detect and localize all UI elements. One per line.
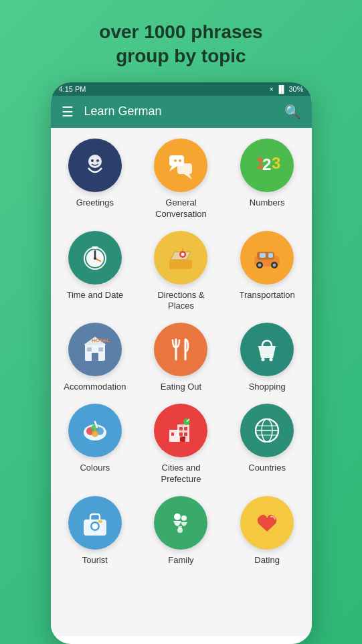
- status-right: × ▐▌ 30%: [269, 85, 303, 93]
- svg-rect-52: [180, 436, 185, 442]
- category-countries[interactable]: Countries: [230, 404, 305, 485]
- svg-point-0: [88, 155, 102, 168]
- category-general-conversation[interactable]: General Conversation: [143, 139, 219, 220]
- svg-point-1: [91, 159, 94, 162]
- category-colours[interactable]: Colours: [58, 404, 133, 485]
- headline: over 1000 phrases group by topic: [99, 20, 262, 69]
- headline-line2: group by topic: [116, 46, 246, 66]
- svg-rect-45: [169, 430, 179, 442]
- svg-point-43: [92, 430, 98, 437]
- colours-label: Colours: [80, 463, 110, 474]
- svg-rect-32: [87, 347, 92, 351]
- status-bar: 4:15 PM × ▐▌ 30%: [51, 82, 312, 96]
- svg-point-16: [94, 257, 96, 260]
- svg-rect-5: [177, 163, 192, 174]
- cities-prefecture-label: Cities and Prefecture: [143, 463, 219, 485]
- svg-text:2: 2: [262, 155, 271, 173]
- svg-marker-4: [169, 166, 177, 171]
- svg-rect-47: [171, 432, 174, 436]
- time-and-date-label: Time and Date: [66, 290, 123, 301]
- category-shopping[interactable]: Shopping: [230, 323, 305, 393]
- signal-icon: ×: [269, 85, 273, 93]
- svg-rect-50: [179, 432, 183, 436]
- svg-point-20: [181, 252, 185, 256]
- svg-point-63: [92, 524, 98, 530]
- svg-point-7: [174, 159, 177, 162]
- family-label: Family: [168, 555, 193, 566]
- svg-point-2: [96, 159, 99, 162]
- svg-rect-31: [92, 353, 98, 361]
- transportation-label: Transportation: [239, 290, 294, 301]
- search-button[interactable]: 🔍: [284, 104, 301, 120]
- general-conversation-label: General Conversation: [143, 197, 219, 220]
- svg-rect-23: [260, 253, 266, 258]
- svg-point-26: [258, 263, 262, 266]
- svg-point-38: [270, 358, 273, 361]
- status-time: 4:15 PM: [59, 85, 86, 93]
- svg-point-37: [262, 358, 265, 361]
- eating-out-label: Eating Out: [161, 382, 201, 393]
- headline-line1: over 1000 phrases: [99, 21, 262, 42]
- svg-rect-49: [184, 427, 187, 430]
- category-grid: Greetings General Conversation: [58, 139, 305, 566]
- category-numbers[interactable]: 1 2 3 Numbers: [230, 139, 305, 220]
- category-time-and-date[interactable]: Time and Date: [58, 231, 133, 313]
- phone-frame: 4:15 PM × ▐▌ 30% ☰ Learn German 🔍: [51, 82, 312, 644]
- category-scroll-area[interactable]: Greetings General Conversation: [51, 128, 312, 636]
- tourist-label: Tourist: [82, 555, 108, 566]
- svg-text:HOTEL: HOTEL: [92, 337, 110, 343]
- category-accommodation[interactable]: HOTEL Accommodation: [58, 323, 133, 393]
- dating-label: Dating: [254, 555, 280, 566]
- category-dating[interactable]: Dating: [230, 496, 305, 566]
- svg-rect-18: [169, 260, 192, 269]
- category-eating-out[interactable]: Eating Out: [143, 323, 219, 393]
- category-tourist[interactable]: Tourist: [58, 496, 133, 566]
- category-family[interactable]: Family: [143, 496, 219, 566]
- svg-point-65: [174, 513, 181, 520]
- battery-indicator: ▐▌ 30%: [276, 85, 304, 93]
- svg-rect-33: [98, 347, 103, 351]
- category-directions-places[interactable]: Directions & Places: [143, 231, 219, 313]
- numbers-label: Numbers: [250, 197, 285, 209]
- greetings-label: Greetings: [76, 197, 114, 209]
- menu-button[interactable]: ☰: [62, 104, 74, 120]
- accommodation-label: Accommodation: [64, 382, 126, 393]
- svg-rect-48: [179, 427, 183, 430]
- svg-point-66: [181, 515, 187, 521]
- svg-point-8: [179, 159, 181, 162]
- category-transportation[interactable]: Transportation: [230, 231, 305, 313]
- svg-marker-6: [184, 174, 192, 179]
- app-title: Learn German: [84, 104, 274, 118]
- shopping-label: Shopping: [249, 382, 286, 393]
- directions-places-label: Directions & Places: [143, 290, 219, 313]
- svg-rect-24: [268, 253, 273, 258]
- toolbar: ☰ Learn German 🔍: [51, 96, 312, 128]
- svg-rect-17: [92, 246, 98, 249]
- svg-rect-64: [98, 520, 102, 523]
- svg-rect-51: [184, 432, 187, 436]
- category-greetings[interactable]: Greetings: [58, 139, 133, 220]
- countries-label: Countries: [248, 463, 286, 474]
- category-cities-prefecture[interactable]: Cities and Prefecture: [143, 404, 219, 485]
- svg-text:3: 3: [272, 154, 280, 172]
- svg-point-28: [273, 263, 276, 266]
